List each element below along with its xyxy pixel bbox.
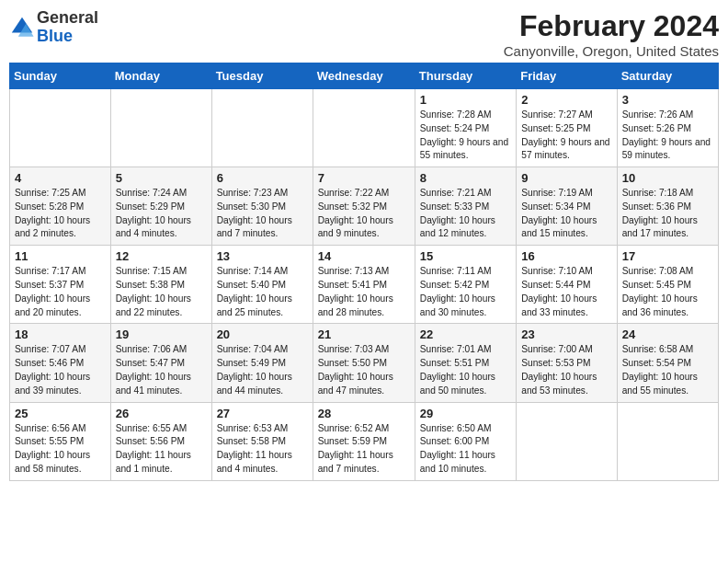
logo-icon <box>9 15 35 40</box>
day-number: 5 <box>116 171 207 185</box>
day-info: Sunrise: 7:03 AM Sunset: 5:50 PM Dayligh… <box>318 343 410 397</box>
day-number: 8 <box>420 171 511 185</box>
day-info: Sunrise: 7:14 AM Sunset: 5:40 PM Dayligh… <box>217 265 308 319</box>
day-number: 11 <box>15 249 106 263</box>
day-number: 12 <box>116 249 207 263</box>
day-info: Sunrise: 7:21 AM Sunset: 5:33 PM Dayligh… <box>420 187 511 241</box>
weekday-header: Tuesday <box>211 63 313 89</box>
calendar-week-row: 1Sunrise: 7:28 AM Sunset: 5:24 PM Daylig… <box>10 89 719 167</box>
day-info: Sunrise: 7:08 AM Sunset: 5:45 PM Dayligh… <box>622 265 713 319</box>
calendar-cell: 9Sunrise: 7:19 AM Sunset: 5:34 PM Daylig… <box>517 167 617 246</box>
calendar-cell: 19Sunrise: 7:06 AM Sunset: 5:47 PM Dayli… <box>110 324 211 402</box>
day-number: 19 <box>116 327 207 341</box>
calendar-cell: 28Sunrise: 6:52 AM Sunset: 5:59 PM Dayli… <box>313 402 415 480</box>
day-info: Sunrise: 7:24 AM Sunset: 5:29 PM Dayligh… <box>116 187 207 241</box>
calendar-cell <box>313 89 415 167</box>
day-info: Sunrise: 7:19 AM Sunset: 5:34 PM Dayligh… <box>521 187 611 241</box>
day-number: 1 <box>420 93 511 107</box>
day-number: 17 <box>622 249 713 263</box>
day-number: 21 <box>318 327 410 341</box>
day-number: 26 <box>116 407 207 420</box>
calendar-cell: 14Sunrise: 7:13 AM Sunset: 5:41 PM Dayli… <box>313 246 415 324</box>
day-number: 16 <box>521 249 611 263</box>
day-info: Sunrise: 6:52 AM Sunset: 5:59 PM Dayligh… <box>318 422 410 477</box>
calendar-cell: 20Sunrise: 7:04 AM Sunset: 5:49 PM Dayli… <box>211 324 313 402</box>
day-info: Sunrise: 7:22 AM Sunset: 5:32 PM Dayligh… <box>318 187 410 241</box>
day-info: Sunrise: 7:07 AM Sunset: 5:46 PM Dayligh… <box>15 343 106 397</box>
calendar-cell: 25Sunrise: 6:56 AM Sunset: 5:55 PM Dayli… <box>10 402 111 480</box>
day-number: 29 <box>420 407 511 420</box>
logo-blue-text: Blue <box>37 27 73 45</box>
calendar-cell: 16Sunrise: 7:10 AM Sunset: 5:44 PM Dayli… <box>517 246 617 324</box>
day-number: 14 <box>318 249 410 263</box>
calendar-cell: 24Sunrise: 6:58 AM Sunset: 5:54 PM Dayli… <box>617 324 718 402</box>
calendar-cell: 6Sunrise: 7:23 AM Sunset: 5:30 PM Daylig… <box>211 167 313 246</box>
day-info: Sunrise: 7:11 AM Sunset: 5:42 PM Dayligh… <box>420 265 511 319</box>
day-number: 9 <box>521 171 611 185</box>
calendar-cell: 8Sunrise: 7:21 AM Sunset: 5:33 PM Daylig… <box>415 167 516 246</box>
day-info: Sunrise: 7:06 AM Sunset: 5:47 PM Dayligh… <box>116 343 207 397</box>
page-header: General Blue February 2024 Canyonville, … <box>9 9 719 59</box>
day-number: 25 <box>15 407 106 420</box>
weekday-header: Sunday <box>10 63 111 89</box>
day-info: Sunrise: 6:58 AM Sunset: 5:54 PM Dayligh… <box>622 343 713 397</box>
weekday-header: Monday <box>110 63 211 89</box>
day-number: 27 <box>217 407 308 420</box>
calendar-cell <box>617 402 718 480</box>
day-number: 24 <box>622 327 713 341</box>
day-number: 23 <box>521 327 611 341</box>
calendar-cell <box>10 89 111 167</box>
calendar-cell: 11Sunrise: 7:17 AM Sunset: 5:37 PM Dayli… <box>10 246 111 324</box>
calendar-cell: 4Sunrise: 7:25 AM Sunset: 5:28 PM Daylig… <box>10 167 111 246</box>
day-info: Sunrise: 7:26 AM Sunset: 5:26 PM Dayligh… <box>622 109 713 163</box>
day-number: 28 <box>318 407 410 420</box>
logo: General Blue <box>9 9 98 46</box>
day-info: Sunrise: 7:00 AM Sunset: 5:53 PM Dayligh… <box>521 343 611 397</box>
calendar-cell: 10Sunrise: 7:18 AM Sunset: 5:36 PM Dayli… <box>617 167 718 246</box>
calendar-cell: 29Sunrise: 6:50 AM Sunset: 6:00 PM Dayli… <box>415 402 516 480</box>
day-info: Sunrise: 7:28 AM Sunset: 5:24 PM Dayligh… <box>420 109 511 163</box>
day-info: Sunrise: 7:18 AM Sunset: 5:36 PM Dayligh… <box>622 187 713 241</box>
logo-general-text: General <box>37 8 98 27</box>
title-block: February 2024 Canyonville, Oregon, Unite… <box>504 9 719 59</box>
day-info: Sunrise: 6:55 AM Sunset: 5:56 PM Dayligh… <box>116 422 207 477</box>
calendar-week-row: 11Sunrise: 7:17 AM Sunset: 5:37 PM Dayli… <box>10 246 719 324</box>
weekday-header: Friday <box>517 63 617 89</box>
calendar-cell: 7Sunrise: 7:22 AM Sunset: 5:32 PM Daylig… <box>313 167 415 246</box>
calendar-cell: 12Sunrise: 7:15 AM Sunset: 5:38 PM Dayli… <box>110 246 211 324</box>
calendar-cell <box>110 89 211 167</box>
day-info: Sunrise: 7:27 AM Sunset: 5:25 PM Dayligh… <box>521 109 611 163</box>
day-number: 20 <box>217 327 308 341</box>
day-info: Sunrise: 7:25 AM Sunset: 5:28 PM Dayligh… <box>15 187 106 241</box>
calendar-subtitle: Canyonville, Oregon, United States <box>504 43 719 59</box>
calendar-week-row: 4Sunrise: 7:25 AM Sunset: 5:28 PM Daylig… <box>10 167 719 246</box>
day-info: Sunrise: 7:04 AM Sunset: 5:49 PM Dayligh… <box>217 343 308 397</box>
day-info: Sunrise: 7:23 AM Sunset: 5:30 PM Dayligh… <box>217 187 308 241</box>
calendar-cell: 22Sunrise: 7:01 AM Sunset: 5:51 PM Dayli… <box>415 324 516 402</box>
weekday-header: Thursday <box>415 63 516 89</box>
day-number: 15 <box>420 249 511 263</box>
day-info: Sunrise: 7:17 AM Sunset: 5:37 PM Dayligh… <box>15 265 106 319</box>
calendar-week-row: 18Sunrise: 7:07 AM Sunset: 5:46 PM Dayli… <box>10 324 719 402</box>
calendar-week-row: 25Sunrise: 6:56 AM Sunset: 5:55 PM Dayli… <box>10 402 719 480</box>
day-info: Sunrise: 6:56 AM Sunset: 5:55 PM Dayligh… <box>15 422 106 477</box>
calendar-cell: 1Sunrise: 7:28 AM Sunset: 5:24 PM Daylig… <box>415 89 516 167</box>
calendar-cell: 17Sunrise: 7:08 AM Sunset: 5:45 PM Dayli… <box>617 246 718 324</box>
day-number: 18 <box>15 327 106 341</box>
day-number: 13 <box>217 249 308 263</box>
day-info: Sunrise: 7:13 AM Sunset: 5:41 PM Dayligh… <box>318 265 410 319</box>
day-number: 6 <box>217 171 308 185</box>
calendar-cell: 26Sunrise: 6:55 AM Sunset: 5:56 PM Dayli… <box>110 402 211 480</box>
weekday-header: Wednesday <box>313 63 415 89</box>
day-info: Sunrise: 6:50 AM Sunset: 6:00 PM Dayligh… <box>420 422 511 477</box>
day-number: 2 <box>521 93 611 107</box>
calendar-table: SundayMondayTuesdayWednesdayThursdayFrid… <box>9 63 719 481</box>
calendar-cell: 27Sunrise: 6:53 AM Sunset: 5:58 PM Dayli… <box>211 402 313 480</box>
calendar-cell <box>517 402 617 480</box>
weekday-header: Saturday <box>617 63 718 89</box>
calendar-cell: 2Sunrise: 7:27 AM Sunset: 5:25 PM Daylig… <box>517 89 617 167</box>
day-number: 22 <box>420 327 511 341</box>
calendar-cell <box>211 89 313 167</box>
day-number: 10 <box>622 171 713 185</box>
calendar-cell: 13Sunrise: 7:14 AM Sunset: 5:40 PM Dayli… <box>211 246 313 324</box>
